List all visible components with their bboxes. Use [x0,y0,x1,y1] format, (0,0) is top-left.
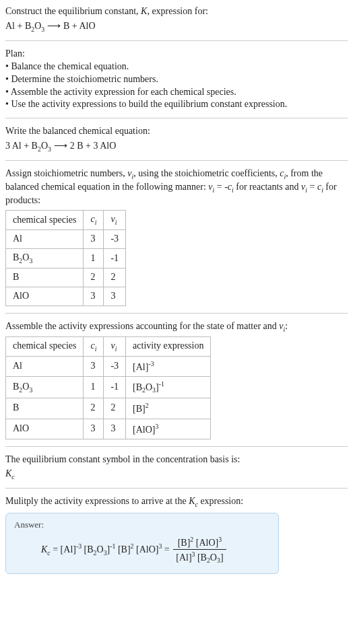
sp: B [13,402,19,413]
cell-nu: -1 [104,377,126,398]
table-row: chemical species ci νi activity expressi… [6,336,211,356]
th-c: ci [84,336,104,356]
symbol-block: The equilibrium constant symbol in the c… [5,454,348,481]
eq-lhs: Al + B [5,21,31,31]
assign-text-2: , using the stoichiometric coefficients, [133,168,280,178]
plan-block: Plan: • Balance the chemical equation. •… [5,48,348,111]
cell-nu: -3 [104,356,126,377]
sp: O [22,252,29,262]
ans-e1: -3 [76,542,82,550]
balanced-block: Write the balanced chemical equation: 3 … [5,125,348,153]
plan-item-1: • Balance the chemical equation. [5,61,348,73]
d: [Al] [176,552,191,563]
cell-c: 1 [84,249,104,269]
cell-c: 3 [84,230,104,249]
cell-species: B [6,398,84,419]
answer-expression: Kc = [Al]-3 [B2O3]-1 [B]2 [AlO]3 = [B]2 … [14,535,270,565]
assign-text-4: for reactants and [234,182,301,192]
cell-species: B2O3 [6,249,84,269]
intro-text-2: , expression for: [147,6,208,16]
intro-text-1: Construct the equilibrium constant, [5,6,141,16]
ae: O [146,382,152,392]
assemble-block: Assemble the activity expressions accoun… [5,320,348,334]
table-row: Al 3 -3 [6,230,126,249]
th-species: chemical species [6,211,84,230]
eq-mid: O [34,21,41,31]
ans-t2: [B [82,544,94,554]
sp: B [13,382,19,392]
d: [B [195,552,207,563]
kc-K: K [5,468,11,478]
divider [5,118,348,118]
cell-c: 1 [84,377,104,398]
d: O [210,552,217,563]
n: [B] [178,537,191,547]
multiply-block: Mulitply the activity expressions to arr… [5,495,348,509]
cell-species: B2O3 [6,377,84,398]
ans-t3: [B] [115,544,130,554]
table-row: B 2 2 [B]2 [6,398,211,419]
th-activity: activity expression [126,336,211,356]
ans-eq: = [51,544,61,554]
ae-sup: -3 [148,360,154,367]
n: [AlO] [193,537,218,547]
cell-species: B [6,269,84,287]
sp: Al [13,361,22,371]
th-c: ci [84,211,104,230]
d: ] [220,552,224,563]
th-c-i: i [95,219,97,226]
sp-sub: 3 [29,386,32,394]
intro-line1: Construct the equilibrium constant, K, e… [5,5,348,18]
answer-box: Answer: Kc = [Al]-3 [B2O3]-1 [B]2 [AlO]3… [5,513,279,574]
symbol-text: The equilibrium constant symbol in the c… [5,454,348,466]
sp: O [22,382,29,392]
table-row: AlO 3 3 [AlO]3 [6,419,211,439]
sp: B [13,252,19,262]
ans-t4: [AlO] [133,544,158,554]
th-nu-i: i [115,219,117,226]
plan-item-2: • Determine the stoichiometric numbers. [5,73,348,86]
stoich-table: chemical species ci νi Al 3 -3 B2O3 1 -1… [5,210,126,306]
cell-species: Al [6,356,84,377]
sp: AlO [13,423,29,433]
assemble-text-1: Assemble the activity expressions accoun… [5,321,279,331]
ae-sup: -1 [159,380,164,388]
sym-i: i [115,345,117,353]
divider [5,488,348,489]
cell-c: 2 [84,269,104,287]
sp-sub: 3 [29,257,32,264]
eq-rhs: B + AlO [63,21,96,31]
ans-eq2: = [162,544,172,554]
symbol-kc: Kc [5,468,348,481]
bal-mid1: O [41,141,48,151]
ae: [B] [133,404,146,414]
assign-text-1: Assign stoichiometric numbers, [5,168,127,178]
kc-c: c [11,473,14,480]
cell-nu: 2 [104,398,126,419]
cell-nu: 2 [104,269,126,287]
cell-activity: [B2O3]-1 [126,377,211,398]
ans-fraction: [B]2 [AlO]3 [Al]3 [B2O3] [173,535,226,565]
assign-block: Assign stoichiometric numbers, νi, using… [5,168,348,207]
sp: Al [13,234,22,244]
ans-K: K [41,544,47,554]
bal-lhs1: 3 Al + B [5,141,38,151]
ans-t2b: O [97,544,104,554]
sp: B [13,272,19,282]
ae: [B [133,382,142,392]
cell-c: 3 [84,356,104,377]
th-nu: νi [104,336,126,356]
sp: AlO [13,291,29,301]
plan-title: Plan: [5,48,348,61]
multiply-K: K [189,496,195,506]
table-row: AlO 3 3 [6,287,126,306]
table-row: Al 3 -3 [Al]-3 [6,356,211,377]
intro-block: Construct the equilibrium constant, K, e… [5,5,348,34]
cell-c: 2 [84,398,104,419]
cell-nu: 3 [104,287,126,306]
cell-c: 3 [84,419,104,439]
rel1-eq: = - [214,182,228,192]
divider [5,313,348,314]
plan-item-4: • Use the activity expressions to build … [5,98,348,111]
table-row: B2O3 1 -1 [B2O3]-1 [6,377,211,398]
